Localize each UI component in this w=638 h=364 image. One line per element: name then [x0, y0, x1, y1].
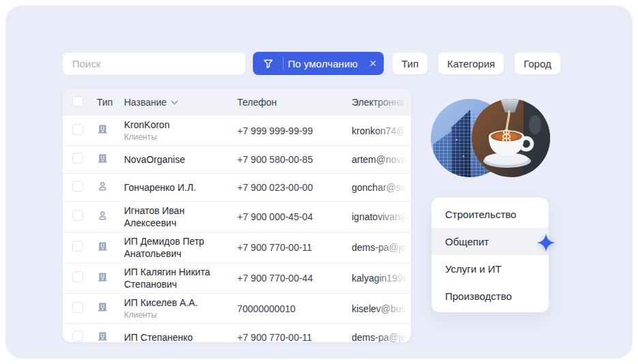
default-filter-chip[interactable]: По умолчанию ✕: [253, 52, 384, 75]
row-checkbox[interactable]: [72, 302, 83, 313]
building-icon: [97, 301, 108, 313]
filter-button-category[interactable]: Категория: [438, 52, 504, 74]
dropdown-item-label: Услуги и ИТ: [445, 263, 502, 275]
row-name: ИП Демидов Петр Анатольевич: [124, 235, 232, 260]
row-phone: 70000000010: [237, 303, 352, 314]
row-phone: +7 900 580-00-85: [237, 154, 352, 165]
row-name: ИП Степаненко: [124, 331, 232, 342]
row-email: kronkon74@ya: [352, 116, 411, 145]
row-phone: +7 900 023-00-00: [237, 182, 352, 193]
row-checkbox[interactable]: [72, 124, 83, 135]
table-header: Тип Название Телефон Электронная почта: [63, 89, 411, 116]
building-icon: [97, 123, 108, 135]
row-email: dems-pa@jollyw: [352, 232, 411, 262]
row-name: Игнатов Иван Алексеевич: [124, 204, 232, 229]
contacts-table: Тип Название Телефон Электронная почта: [63, 89, 411, 342]
filter-button-city[interactable]: Город: [515, 52, 560, 74]
row-checkbox[interactable]: [72, 181, 83, 192]
column-email: Электронная почта: [352, 89, 411, 116]
row-phone: +7 900 770-00-11: [237, 242, 352, 253]
building-icon: [97, 153, 108, 164]
row-checkbox[interactable]: [72, 210, 83, 221]
row-email: ignatovivan@m: [352, 202, 411, 232]
row-email: gonchar@sverh: [352, 174, 411, 201]
row-phone: +7 900 000-45-04: [237, 211, 352, 222]
table-row[interactable]: KronKoron Клиенты +7 999 999-99-99 kronk…: [63, 116, 411, 145]
close-icon[interactable]: ✕: [362, 58, 384, 69]
column-phone: Телефон: [237, 97, 352, 108]
row-email: artem@novaorg: [352, 146, 411, 173]
row-checkbox[interactable]: [72, 331, 83, 342]
row-email: kiselev@busine: [352, 294, 411, 323]
table-row[interactable]: ИП Киселев А.А. Клиенты 70000000010 kise…: [63, 293, 411, 323]
table-row[interactable]: Игнатов Иван Алексеевич +7 900 000-45-04…: [63, 201, 411, 232]
building-icon: [97, 241, 108, 252]
chip-label: По умолчанию: [284, 58, 362, 70]
app-canvas: По умолчанию ✕ Тип Категория Город Тип Н…: [0, 0, 638, 364]
table-row[interactable]: ИП Калягин Никита Степанович +7 900 770-…: [63, 262, 411, 293]
row-subtitle: Клиенты: [124, 132, 232, 142]
row-phone: +7 900 770-00-11: [237, 332, 352, 342]
row-subtitle: Клиенты: [124, 309, 232, 320]
row-name: ИП Киселев А.А.: [124, 297, 232, 309]
chevron-down-icon[interactable]: [171, 100, 178, 105]
funnel-icon[interactable]: [253, 59, 283, 69]
dropdown-item-1[interactable]: Общепит: [431, 228, 549, 255]
select-all-checkbox[interactable]: [72, 96, 83, 107]
dropdown-item-3[interactable]: Производство: [431, 282, 549, 309]
filter-button-type[interactable]: Тип: [393, 52, 427, 74]
dropdown-item-label: Строительство: [445, 209, 516, 220]
row-name: KronKoron: [124, 119, 232, 131]
table-row[interactable]: Гончаренко И.Л. +7 900 023-00-00 gonchar…: [63, 173, 411, 201]
table-row[interactable]: ИП Степаненко +7 900 770-00-11 dems-pa@j…: [63, 323, 411, 342]
row-phone: +7 999 999-99-99: [237, 125, 352, 136]
table-row[interactable]: ИП Демидов Петр Анатольевич +7 900 770-0…: [63, 232, 411, 262]
row-checkbox[interactable]: [72, 241, 83, 252]
dropdown-item-label: Общепит: [445, 236, 489, 247]
category-dropdown: Строительство Общепит Услуги и ИТ Произв…: [431, 198, 549, 312]
building-icon: [97, 331, 108, 342]
row-checkbox[interactable]: [72, 271, 83, 282]
column-type: Тип: [97, 97, 124, 108]
row-name: ИП Калягин Никита Степанович: [124, 266, 232, 290]
row-email: kalyagin1990@: [352, 263, 411, 293]
building-icon: [97, 271, 108, 283]
table-row[interactable]: NovaOrganise +7 900 580-00-85 artem@nova…: [63, 145, 411, 173]
dropdown-item-label: Производство: [445, 290, 512, 302]
latte-coffee-photo: [472, 99, 550, 177]
search-input[interactable]: [63, 52, 245, 75]
dropdown-item-2[interactable]: Услуги и ИТ: [431, 255, 549, 282]
row-name: Гончаренко И.Л.: [124, 181, 232, 194]
table-body: KronKoron Клиенты +7 999 999-99-99 kronk…: [63, 116, 411, 342]
row-name: NovaOrganise: [124, 153, 232, 166]
row-checkbox[interactable]: [72, 153, 83, 164]
row-email: dems-pa@jollyv: [352, 324, 411, 342]
row-phone: +7 900 770-00-44: [237, 273, 352, 284]
filter-buttons: Тип Категория Город: [393, 52, 560, 74]
column-name[interactable]: Название: [124, 97, 237, 108]
person-icon: [97, 181, 108, 192]
dropdown-item-0[interactable]: Строительство: [431, 200, 549, 228]
person-icon: [97, 210, 108, 222]
